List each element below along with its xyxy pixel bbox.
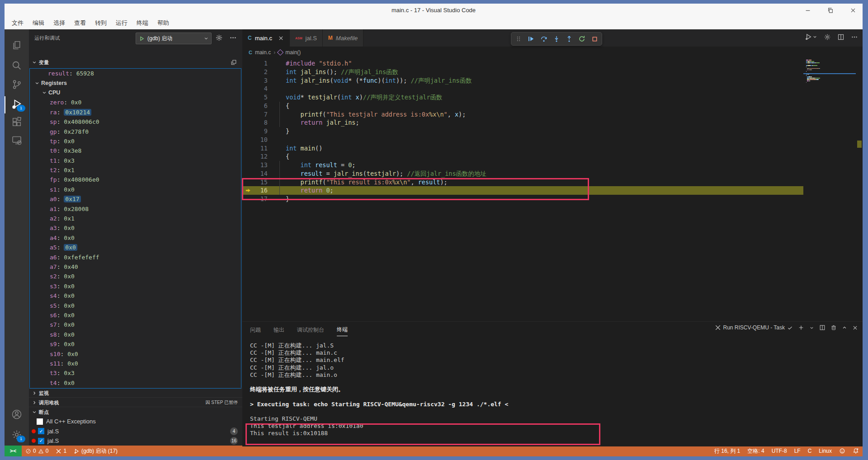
search-icon[interactable] [11, 60, 23, 71]
register-row[interactable]: a1: 0x28008 [30, 204, 241, 213]
new-terminal-icon[interactable] [798, 324, 804, 331]
register-row[interactable]: s3: 0x0 [30, 282, 241, 291]
code-line-3[interactable]: 3int jalr_ins(void* (*func)(int)); //声明j… [242, 76, 863, 85]
gear-icon[interactable] [824, 33, 831, 41]
register-row[interactable]: s4: 0x0 [30, 291, 241, 300]
register-row[interactable]: t1: 0x3 [30, 156, 241, 165]
code-editor[interactable]: 1#include "stdio.h"2int jal_ins(); //声明j… [242, 58, 863, 321]
register-row[interactable]: s6: 0x0 [30, 310, 241, 320]
breakpoint-row[interactable]: All C++ Exceptions [29, 417, 242, 426]
split-terminal-icon[interactable] [819, 324, 826, 331]
chevron-down-icon[interactable] [809, 325, 814, 330]
debug-settings-gear-icon[interactable] [215, 34, 223, 42]
maximize-panel-icon[interactable] [842, 325, 847, 330]
breadcrumb[interactable]: C main.c › main() [242, 47, 863, 58]
register-row[interactable]: s10: 0x0 [30, 349, 241, 358]
more-actions-icon[interactable] [851, 33, 858, 41]
feedback-smiley-icon[interactable] [835, 446, 849, 456]
register-row[interactable]: s8: 0x0 [30, 330, 241, 339]
task-label-row[interactable]: Run RISCV-QEMU - Task [715, 324, 793, 331]
remote-indicator[interactable]: >< [5, 446, 22, 456]
step-into-icon[interactable] [551, 33, 562, 44]
register-row[interactable]: a2: 0x1 [30, 214, 241, 223]
explorer-icon[interactable] [11, 39, 23, 51]
close-window-icon[interactable] [847, 5, 859, 15]
call-stack-section-header[interactable]: 调用堆栈 因 STEP 已暂停 [29, 397, 242, 408]
register-row[interactable]: zero: 0x0 [30, 98, 241, 107]
notifications-bell-icon[interactable] [849, 446, 863, 456]
language-mode[interactable]: C [804, 446, 816, 456]
register-row[interactable]: s7: 0x0 [30, 320, 241, 329]
source-control-icon[interactable] [11, 79, 23, 90]
close-tab-icon[interactable] [278, 35, 284, 41]
code-line-12[interactable]: 12{ [242, 152, 863, 161]
breakpoint-row[interactable]: ✓jal.S4 [29, 427, 242, 436]
menu-item-运行[interactable]: 运行 [111, 18, 132, 28]
step-out-icon[interactable] [564, 33, 575, 44]
restart-icon[interactable] [576, 33, 587, 44]
terminal-output[interactable]: CC -[M] 正在构建... jal.SCC -[M] 正在构建... mai… [250, 342, 854, 445]
breakpoint-checkbox[interactable] [37, 418, 43, 425]
code-line-11[interactable]: 11int main() [242, 144, 863, 153]
remote-explorer-icon[interactable] [11, 134, 23, 146]
settings-gear-icon[interactable]: 1 [11, 429, 23, 441]
register-row[interactable]: ra: 0x10214 [30, 108, 241, 117]
kill-terminal-icon[interactable] [830, 324, 837, 331]
register-row[interactable]: s11: 0x0 [30, 359, 241, 368]
code-line-8[interactable]: 8 return jalr_ins; [242, 118, 863, 127]
breakpoint-checkbox[interactable]: ✓ [38, 428, 44, 434]
breadcrumb-file[interactable]: main.c [255, 49, 271, 56]
register-row[interactable]: a7: 0x40 [30, 262, 241, 272]
watch-section-header[interactable]: 监视 [29, 388, 242, 398]
account-icon[interactable] [11, 408, 23, 420]
register-row[interactable]: t2: 0x1 [30, 165, 241, 175]
cursor-position[interactable]: 行 16, 列 1 [711, 446, 744, 456]
close-panel-icon[interactable] [852, 325, 858, 331]
menu-item-编辑[interactable]: 编辑 [28, 18, 49, 28]
register-row[interactable]: tp: 0x0 [30, 136, 241, 146]
extensions-icon[interactable] [11, 116, 23, 128]
tab-main.c[interactable]: Cmain.c [242, 29, 290, 47]
code-line-13[interactable]: 13 int result = 0; [242, 161, 863, 169]
code-line-9[interactable]: 9} [242, 127, 863, 136]
tree-group-Registers[interactable]: Registers [30, 78, 241, 88]
panel-tab-终端[interactable]: 终端 [337, 324, 348, 336]
menu-item-文件[interactable]: 文件 [7, 18, 28, 28]
menu-item-选择[interactable]: 选择 [49, 18, 70, 28]
menu-item-帮助[interactable]: 帮助 [153, 18, 174, 28]
code-line-7[interactable]: 7 printf("This testjalr address is:0x%x\… [242, 110, 863, 119]
toolbar-drag-handle[interactable] [513, 33, 524, 44]
code-line-15[interactable]: 15 printf("This result is:0x%x\n", resul… [242, 178, 863, 187]
more-actions-icon[interactable] [229, 34, 237, 42]
menu-item-查看[interactable]: 查看 [70, 18, 90, 28]
problems-status[interactable]: 0 0 [22, 446, 52, 456]
register-row[interactable]: t3: 0x3 [30, 368, 241, 378]
breakpoint-checkbox[interactable]: ✓ [38, 438, 44, 444]
breadcrumb-symbol[interactable]: main() [285, 49, 301, 56]
register-row[interactable]: a4: 0x0 [30, 233, 241, 243]
stop-icon[interactable] [589, 33, 600, 44]
code-line-2[interactable]: 2int jal_ins(); //声明jal_ins函数 [242, 68, 863, 76]
running-tasks-status[interactable]: 1 [52, 446, 70, 456]
panel-tab-调试控制台[interactable]: 调试控制台 [297, 324, 324, 336]
variables-section-header[interactable]: 变量 [29, 57, 242, 67]
launch-config-select[interactable]: (gdb) 启动 [136, 33, 212, 44]
split-editor-icon[interactable] [837, 33, 844, 41]
register-row[interactable]: a0: 0x17 [30, 194, 241, 204]
menu-item-终端[interactable]: 终端 [132, 18, 153, 28]
register-row[interactable]: a5: 0x0 [30, 243, 241, 252]
code-line-1[interactable]: 1#include "stdio.h" [242, 59, 863, 68]
tab-jal.S[interactable]: ASMjal.S [290, 29, 323, 47]
minimize-icon[interactable] [802, 5, 814, 15]
code-line-14[interactable]: 14 result = jalr_ins(testjalr); //返回jalr… [242, 169, 863, 178]
indentation[interactable]: 空格: 4 [744, 446, 768, 456]
register-row[interactable]: fp: 0x408006e0 [30, 175, 241, 184]
register-row[interactable]: gp: 0x278f0 [30, 127, 241, 136]
register-row[interactable]: sp: 0x408006c0 [30, 117, 241, 127]
panel-tab-问题[interactable]: 问题 [250, 324, 261, 336]
breakpoints-section-header[interactable]: 断点 [29, 407, 242, 417]
panel-tab-输出[interactable]: 输出 [274, 324, 284, 336]
encoding[interactable]: UTF-8 [768, 446, 791, 456]
code-line-4[interactable]: 4 [242, 84, 863, 93]
register-row[interactable]: a3: 0x0 [30, 223, 241, 233]
